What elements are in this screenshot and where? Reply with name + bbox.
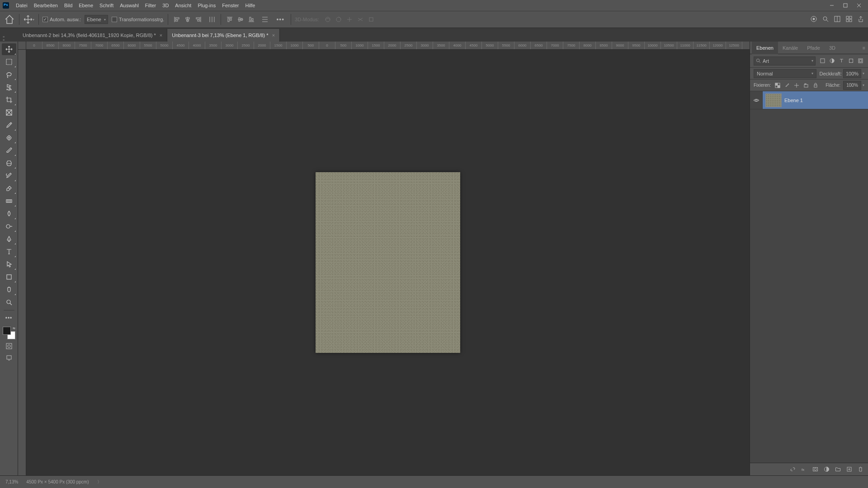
lock-paint-icon[interactable] [783, 81, 791, 89]
document-dimensions[interactable]: 4500 Px × 5400 Px (300 ppcm) [26, 479, 89, 484]
menu-bild[interactable]: Bild [61, 0, 75, 11]
chevron-down-icon[interactable]: ▾ [863, 71, 864, 75]
menu-filter[interactable]: Filter [142, 0, 159, 11]
path-select-tool[interactable] [2, 258, 16, 270]
menu-schrift[interactable]: Schrift [96, 0, 117, 11]
document-viewport[interactable] [26, 50, 750, 475]
blur-tool[interactable] [2, 208, 16, 220]
link-layers-icon[interactable] [788, 465, 797, 474]
panel-tab-pfade[interactable]: Pfade [802, 42, 825, 54]
menu-plugins[interactable]: Plug-ins [194, 0, 219, 11]
gradient-tool[interactable] [2, 195, 16, 207]
layer-name[interactable]: Ebene 1 [784, 98, 803, 103]
status-flyout-arrow-icon[interactable]: 〉 [97, 479, 102, 485]
close-tab-icon[interactable]: × [272, 33, 275, 38]
layer-visibility-toggle[interactable] [750, 91, 763, 109]
cloud-doc-icon[interactable] [810, 15, 817, 23]
document-tab[interactable]: Unbenannt-2 bei 14,3% (field-406181_1920… [18, 29, 167, 42]
move-tool-preset-icon[interactable]: ▾ [23, 14, 35, 25]
lock-transparency-icon[interactable] [774, 81, 782, 89]
layer-thumbnail[interactable] [765, 94, 782, 107]
align-right-button[interactable] [193, 14, 203, 24]
menu-auswahl[interactable]: Auswahl [117, 0, 142, 11]
frame-tool[interactable] [2, 107, 16, 118]
share-icon[interactable] [857, 15, 864, 23]
menu-hilfe[interactable]: Hilfe [242, 0, 258, 11]
lock-position-icon[interactable] [793, 81, 801, 89]
panel-tab-kanaele[interactable]: Kanäle [778, 42, 802, 54]
opacity-input[interactable]: 100% [843, 69, 861, 78]
pen-tool[interactable] [2, 233, 16, 245]
align-vcenter-button[interactable] [236, 14, 245, 24]
align-hcenter-button[interactable] [183, 14, 193, 24]
maximize-button[interactable] [839, 1, 852, 10]
align-left-button[interactable] [172, 14, 182, 24]
panel-menu-button[interactable]: ≡ [860, 45, 868, 51]
search-icon[interactable] [822, 15, 829, 23]
align-more-button[interactable]: ••• [274, 16, 287, 23]
move-tool[interactable] [2, 43, 16, 55]
lock-all-icon[interactable] [811, 81, 820, 89]
menu-bearbeiten[interactable]: Bearbeiten [31, 0, 61, 11]
align-bottom-button[interactable] [246, 14, 256, 24]
distribute-h-button[interactable] [207, 14, 217, 24]
lock-nesting-icon[interactable] [802, 81, 810, 89]
shape-tool[interactable] [2, 271, 16, 283]
clone-stamp-tool[interactable] [2, 157, 16, 169]
crop-tool[interactable] [2, 94, 16, 106]
dodge-tool[interactable] [2, 221, 16, 232]
horizontal-ruler[interactable]: 0 8500 8000 7500 7000 6500 6000 5500 500… [26, 42, 750, 50]
ruler-origin[interactable] [18, 42, 26, 50]
menu-3d[interactable]: 3D [159, 0, 172, 11]
adjustment-layer-icon[interactable] [821, 465, 831, 474]
filter-pixel-icon[interactable] [818, 57, 826, 65]
close-tab-icon[interactable]: × [160, 33, 162, 38]
tab-scroll-arrows[interactable]: »« [3, 35, 5, 42]
workspace-switcher-icon[interactable] [845, 15, 853, 23]
eyedropper-tool[interactable] [2, 119, 16, 131]
menu-datei[interactable]: Datei [13, 0, 31, 11]
new-group-icon[interactable] [833, 465, 843, 474]
screen-mode-button[interactable] [3, 353, 15, 363]
vertical-ruler[interactable] [18, 50, 26, 475]
healing-brush-tool[interactable] [2, 132, 16, 144]
panel-tab-3d[interactable]: 3D [825, 42, 840, 54]
color-swatches[interactable]: ⇆ [3, 327, 15, 339]
swap-colors-icon[interactable]: ⇆ [13, 327, 15, 330]
close-button[interactable] [853, 1, 865, 10]
zoom-tool[interactable] [2, 296, 16, 308]
menu-ansicht[interactable]: Ansicht [172, 0, 194, 11]
hand-tool[interactable] [2, 284, 16, 296]
layer-mask-icon[interactable] [810, 465, 820, 474]
layer-filter-dropdown[interactable]: Art ▾ [754, 56, 816, 66]
arrange-docs-icon[interactable] [834, 15, 841, 23]
auto-select-target-dropdown[interactable]: Ebene ▾ [85, 15, 108, 24]
new-layer-icon[interactable] [844, 465, 854, 474]
panel-tab-ebenen[interactable]: Ebenen [752, 42, 778, 54]
chevron-down-icon[interactable]: ▾ [863, 83, 864, 87]
zoom-level[interactable]: 7,13% [5, 479, 18, 484]
home-button[interactable] [4, 14, 15, 25]
transform-controls-checkbox[interactable]: Transformationsstrg. [112, 17, 164, 22]
auto-select-checkbox[interactable]: Autom. ausw.: [42, 17, 81, 22]
fill-input[interactable]: 100% [843, 81, 861, 90]
eraser-tool[interactable] [2, 183, 16, 194]
blend-mode-dropdown[interactable]: Normal ▾ [754, 69, 816, 78]
align-top-button[interactable] [225, 14, 235, 24]
menu-ebene[interactable]: Ebene [75, 0, 96, 11]
filter-smart-icon[interactable] [856, 57, 864, 65]
layer-row[interactable]: Ebene 1 [750, 91, 868, 109]
edit-toolbar-button[interactable]: ••• [2, 312, 16, 324]
brush-tool[interactable] [2, 145, 16, 156]
type-tool[interactable] [2, 246, 16, 258]
filter-type-icon[interactable] [837, 57, 845, 65]
foreground-color-swatch[interactable] [3, 327, 11, 335]
menu-fenster[interactable]: Fenster [219, 0, 242, 11]
history-brush-tool[interactable] [2, 170, 16, 182]
lasso-tool[interactable] [2, 69, 16, 80]
canvas-content[interactable] [316, 172, 460, 353]
delete-layer-icon[interactable] [855, 465, 865, 474]
quick-mask-button[interactable] [3, 341, 15, 351]
filter-adjust-icon[interactable] [828, 57, 836, 65]
quick-select-tool[interactable] [2, 81, 16, 93]
